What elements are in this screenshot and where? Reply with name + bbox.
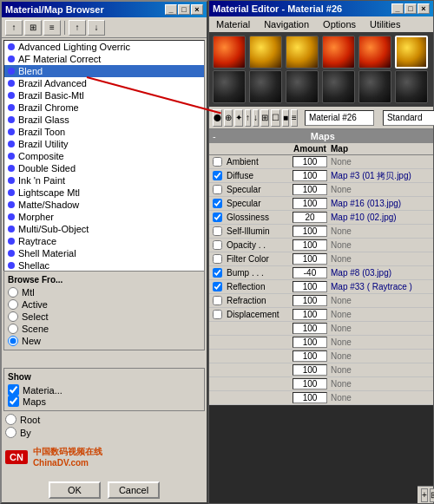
map-amount-input[interactable] bbox=[293, 198, 327, 209]
ed-btn-6[interactable]: ⊞ bbox=[260, 109, 269, 127]
map-amount-input[interactable] bbox=[293, 156, 327, 167]
material-slot[interactable] bbox=[249, 36, 282, 69]
map-amount-input[interactable] bbox=[293, 212, 327, 223]
map-amount-input[interactable] bbox=[293, 309, 327, 320]
map-enable-checkbox[interactable] bbox=[213, 157, 222, 167]
map-value-btn[interactable]: None bbox=[327, 185, 430, 194]
browser-list-item[interactable]: Multi/Sub-Object bbox=[4, 223, 204, 235]
browser-view-btn3[interactable]: ≡ bbox=[43, 20, 61, 36]
map-value-btn[interactable]: Map #3 (01 拷贝.jpg) bbox=[327, 170, 430, 182]
by-radio[interactable] bbox=[5, 427, 16, 438]
map-amount-input[interactable] bbox=[293, 295, 327, 306]
browser-list-item[interactable]: Raytrace bbox=[4, 235, 204, 247]
menu-options[interactable]: Options bbox=[316, 16, 363, 32]
root-radio[interactable] bbox=[5, 414, 16, 425]
browse-select-option[interactable]: Select bbox=[8, 311, 201, 322]
map-enable-checkbox[interactable] bbox=[213, 199, 222, 208]
map-row[interactable]: SpecularMap #16 (013.jpg) bbox=[209, 197, 433, 211]
editor-minimize-btn[interactable]: _ bbox=[391, 3, 404, 14]
ed-btn-8[interactable]: ■ bbox=[282, 109, 289, 127]
map-amount-input[interactable] bbox=[293, 253, 327, 265]
status-icon-btn[interactable]: + bbox=[421, 488, 428, 502]
extra-amount-input[interactable] bbox=[293, 323, 327, 334]
ed-btn-1[interactable]: ⬤ bbox=[213, 109, 222, 127]
map-value-btn[interactable]: None bbox=[327, 254, 430, 264]
extra-map-value[interactable]: None bbox=[327, 337, 430, 347]
browser-view-btn5[interactable]: ↓ bbox=[88, 20, 105, 36]
browser-view-btn1[interactable]: ↑ bbox=[5, 20, 23, 36]
map-enable-checkbox[interactable] bbox=[213, 213, 222, 222]
extra-map-value[interactable]: None bbox=[327, 351, 430, 361]
extra-amount-input[interactable] bbox=[293, 392, 327, 403]
browser-list-item[interactable]: Ink 'n Paint bbox=[4, 174, 204, 187]
browser-list-item[interactable]: Lightscape Mtl bbox=[4, 187, 204, 199]
browser-list-item[interactable]: Brazil Advanced bbox=[4, 77, 204, 89]
menu-navigation[interactable]: Navigation bbox=[257, 16, 316, 32]
extra-amount-input[interactable] bbox=[293, 378, 327, 389]
browser-list-item[interactable]: Brazil Chrome bbox=[4, 101, 204, 114]
extra-map-value[interactable]: None bbox=[327, 365, 430, 375]
ed-btn-2[interactable]: ⊕ bbox=[224, 109, 233, 127]
browse-mtl-option[interactable]: Mtl bbox=[8, 287, 201, 298]
map-amount-input[interactable] bbox=[293, 184, 327, 195]
map-value-btn[interactable]: Map #33 ( Raytrace ) bbox=[327, 282, 430, 291]
show-materials-check[interactable]: Materia... bbox=[8, 384, 201, 396]
browser-list-item[interactable]: AF Material Correct bbox=[4, 53, 204, 65]
map-enable-checkbox[interactable] bbox=[213, 171, 222, 180]
map-enable-checkbox[interactable] bbox=[213, 310, 222, 319]
browser-list-item[interactable]: Shell Material bbox=[4, 247, 204, 259]
map-value-btn[interactable]: None bbox=[327, 157, 430, 167]
material-slot[interactable] bbox=[286, 36, 319, 69]
browse-active-option[interactable]: Active bbox=[8, 299, 201, 310]
material-name-display[interactable]: Material #26 bbox=[305, 110, 374, 126]
map-value-btn[interactable]: None bbox=[327, 310, 430, 319]
extra-amount-input[interactable] bbox=[293, 364, 327, 376]
browser-view-btn2[interactable]: ⊞ bbox=[24, 20, 42, 36]
material-slot[interactable] bbox=[249, 70, 282, 103]
extra-map-value[interactable]: None bbox=[327, 393, 430, 403]
map-enable-checkbox[interactable] bbox=[213, 226, 222, 236]
ed-btn-7[interactable]: ☐ bbox=[271, 109, 280, 127]
map-row[interactable]: Self-IlluminNone bbox=[209, 225, 433, 239]
browse-new-option[interactable]: New bbox=[8, 336, 201, 346]
browser-close-btn[interactable]: × bbox=[191, 4, 203, 15]
map-row[interactable]: ReflectionMap #33 ( Raytrace ) bbox=[209, 280, 433, 294]
material-slot[interactable] bbox=[358, 70, 391, 103]
browser-list-item[interactable]: Morpher bbox=[4, 211, 204, 223]
ed-btn-3[interactable]: ✦ bbox=[234, 109, 243, 127]
ok-button[interactable]: OK bbox=[49, 481, 101, 499]
browser-list-item[interactable]: Advanced Lighting Overric bbox=[4, 41, 204, 53]
browser-minimize-btn[interactable]: _ bbox=[165, 4, 177, 15]
browser-list-item[interactable]: Brazil Basic-Mtl bbox=[4, 89, 204, 101]
map-enable-checkbox[interactable] bbox=[213, 240, 222, 250]
browser-list-item[interactable]: Matte/Shadow bbox=[4, 199, 204, 211]
material-slot[interactable] bbox=[358, 36, 391, 69]
browse-scene-option[interactable]: Scene bbox=[8, 324, 201, 334]
material-type-display[interactable]: Standard bbox=[383, 110, 434, 126]
map-row[interactable]: DisplacementNone bbox=[209, 308, 433, 322]
material-slot[interactable] bbox=[213, 36, 246, 69]
map-value-btn[interactable]: Map #8 (03.jpg) bbox=[327, 268, 430, 278]
material-slot[interactable] bbox=[322, 70, 355, 103]
map-row[interactable]: Bump . . .Map #8 (03.jpg) bbox=[209, 266, 433, 280]
browser-list-item[interactable]: Blend bbox=[4, 65, 204, 77]
material-slot[interactable] bbox=[286, 70, 319, 103]
material-slot[interactable] bbox=[395, 70, 428, 103]
map-value-btn[interactable]: None bbox=[327, 296, 430, 305]
browser-list-item[interactable]: Composite bbox=[4, 150, 204, 162]
status-grid-btn[interactable]: ⊞ bbox=[430, 488, 434, 502]
ed-btn-4[interactable]: ↑ bbox=[245, 109, 251, 127]
map-amount-input[interactable] bbox=[293, 239, 327, 251]
browser-list-item[interactable]: Brazil Utility bbox=[4, 138, 204, 150]
map-row[interactable]: Filter ColorNone bbox=[209, 252, 433, 266]
map-value-btn[interactable]: None bbox=[327, 226, 430, 236]
material-slot[interactable] bbox=[322, 36, 355, 69]
browser-view-btn4[interactable]: ↑ bbox=[69, 20, 86, 36]
map-value-btn[interactable]: Map #16 (013.jpg) bbox=[327, 199, 430, 208]
browser-list-item[interactable]: Shellac bbox=[4, 259, 204, 272]
browser-list-item[interactable]: Brazil Toon bbox=[4, 126, 204, 138]
map-enable-checkbox[interactable] bbox=[213, 254, 222, 264]
browser-restore-btn[interactable]: □ bbox=[178, 4, 190, 15]
extra-map-value[interactable]: None bbox=[327, 324, 430, 333]
material-slot[interactable] bbox=[395, 36, 428, 69]
